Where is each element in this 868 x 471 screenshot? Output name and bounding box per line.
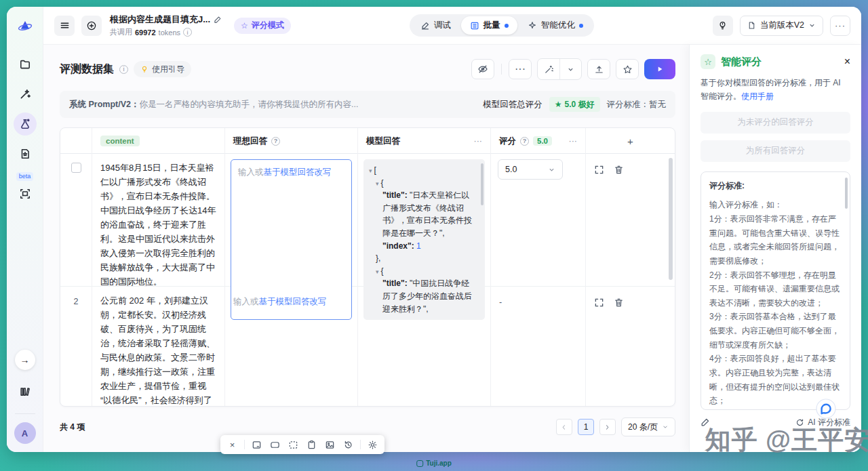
trash-icon[interactable] bbox=[614, 298, 624, 308]
sidebar-item-evaluation[interactable] bbox=[14, 112, 37, 136]
capture-close-button[interactable]: × bbox=[224, 436, 241, 453]
sidebar-item-templates[interactable] bbox=[14, 142, 37, 165]
idea-button[interactable] bbox=[713, 16, 733, 36]
scrollbar-thumb[interactable] bbox=[669, 158, 673, 280]
evaluation-table: content 理想回答 ? 模型回答 ··· 评分 bbox=[60, 127, 675, 407]
auto-generate-button[interactable] bbox=[538, 59, 559, 79]
tab-debug[interactable]: 调试 bbox=[412, 16, 460, 35]
run-all-button[interactable] bbox=[644, 59, 675, 79]
scrollbar-thumb[interactable] bbox=[845, 178, 848, 209]
next-page-button[interactable] bbox=[599, 419, 616, 435]
trash-icon[interactable] bbox=[614, 165, 624, 175]
column-menu-button[interactable]: ··· bbox=[474, 136, 483, 146]
edit-title-button[interactable] bbox=[214, 16, 222, 24]
row-index-cell: 2 bbox=[60, 287, 92, 407]
caret-down-icon[interactable]: ▾ bbox=[369, 167, 372, 174]
smart-scoring-star-badge: ☆ bbox=[701, 54, 715, 69]
manual-link[interactable]: 使用手册 bbox=[741, 91, 774, 101]
row-actions-cell bbox=[585, 287, 675, 407]
notification-dot bbox=[579, 24, 583, 28]
edit-pencil-icon[interactable] bbox=[701, 417, 710, 427]
close-panel-button[interactable]: × bbox=[844, 56, 850, 67]
toolbar-divider bbox=[244, 440, 245, 449]
version-dropdown[interactable]: 当前版本V2 bbox=[740, 16, 823, 36]
column-menu-button[interactable]: ··· bbox=[569, 136, 578, 146]
debug-icon bbox=[420, 21, 430, 30]
clipboard-icon bbox=[307, 440, 317, 450]
expand-icon[interactable] bbox=[594, 298, 604, 308]
content-cell[interactable]: 公元前 202 年，刘邦建立汉朝，定都长安。汉初经济残破、百废待兴，为了巩固统治… bbox=[92, 287, 224, 407]
favorite-button[interactable] bbox=[616, 59, 639, 79]
screenshot-frame: beta → A bbox=[0, 0, 868, 471]
model-answer-json[interactable]: ▾[ ▾{ "title": "日本天皇裕仁以广播形式发布《终战诏书》，宣布日本… bbox=[363, 159, 485, 320]
table-header-row: content 理想回答 ? 模型回答 ··· 评分 bbox=[60, 128, 675, 154]
add-column-button[interactable]: + bbox=[585, 128, 675, 154]
topbar-more-button[interactable]: ··· bbox=[830, 16, 850, 36]
menu-button[interactable] bbox=[54, 16, 75, 36]
prev-page-button[interactable] bbox=[556, 419, 572, 435]
ideal-answer-cell[interactable]: 输入或基于模型回答改写 bbox=[224, 287, 357, 407]
eye-off-icon bbox=[477, 64, 488, 75]
plus-circle-icon bbox=[86, 20, 97, 31]
sidebar-item-projects[interactable] bbox=[14, 53, 37, 76]
dashed-selection-icon bbox=[288, 440, 298, 450]
score-select[interactable]: 5.0 bbox=[498, 159, 563, 180]
chat-widget-button[interactable] bbox=[815, 398, 837, 419]
ideal-placeholder: 输入或 bbox=[233, 297, 259, 306]
sidebar-item-knowledge[interactable] bbox=[14, 182, 37, 205]
bookshelf-icon bbox=[19, 385, 31, 397]
capture-rect-button[interactable] bbox=[267, 436, 283, 453]
table-more-button[interactable]: ··· bbox=[509, 59, 532, 79]
sidebar-divider bbox=[15, 413, 35, 414]
score-all-button[interactable]: 为所有回答评分 bbox=[701, 140, 850, 162]
page-size-select[interactable]: 20 条/页 bbox=[621, 417, 675, 436]
ellipsis-icon: ··· bbox=[515, 63, 526, 75]
tab-batch-label: 批量 bbox=[484, 20, 500, 31]
system-prompt-label: 系统 Prompt/V2： bbox=[69, 99, 140, 110]
user-avatar[interactable]: A bbox=[14, 422, 36, 444]
row-checkbox[interactable] bbox=[71, 163, 81, 173]
sidebar-item-optimize[interactable] bbox=[14, 83, 37, 106]
hide-columns-button[interactable] bbox=[471, 59, 494, 79]
collapse-sidebar-button[interactable]: → bbox=[15, 350, 35, 370]
app-window: beta → A bbox=[7, 7, 861, 452]
capture-settings-button[interactable] bbox=[364, 436, 381, 453]
capture-selection-button[interactable] bbox=[285, 436, 302, 453]
sidebar-item-library[interactable] bbox=[14, 380, 37, 403]
tab-smart-optimize[interactable]: 智能优化 bbox=[519, 16, 592, 35]
current-page[interactable]: 1 bbox=[578, 419, 594, 435]
auto-generate-dropdown[interactable] bbox=[559, 59, 581, 79]
model-answer-column-header[interactable]: 模型回答 ··· bbox=[357, 128, 490, 154]
scrollbar-thumb[interactable] bbox=[481, 163, 484, 205]
upload-button[interactable] bbox=[587, 59, 610, 79]
expand-icon[interactable] bbox=[594, 165, 604, 175]
json-key: "title": bbox=[382, 190, 408, 200]
tab-smart-optimize-label: 智能优化 bbox=[541, 20, 575, 31]
content-column-header[interactable]: content bbox=[92, 128, 224, 154]
tokens-prefix: 共调用 bbox=[110, 27, 132, 37]
tab-batch[interactable]: 批量 bbox=[461, 16, 517, 35]
caret-down-icon[interactable]: ▾ bbox=[376, 268, 379, 275]
usage-guide-button[interactable]: 使用引导 bbox=[134, 61, 191, 77]
bulb-icon bbox=[717, 20, 728, 30]
system-prompt-text: 你是一名严格的内容填充助手，请你将我提供的所有内容... bbox=[140, 99, 359, 110]
top-bar: 根据内容生成题目填充J... 共调用 69972 tokens i ☆ 评分模式 bbox=[43, 7, 861, 45]
tokens-value: 69972 bbox=[135, 28, 156, 37]
beta-badge: beta bbox=[16, 172, 34, 181]
capture-clipboard-button[interactable] bbox=[303, 436, 320, 453]
new-session-button[interactable] bbox=[81, 16, 102, 36]
ideal-answer-column-header[interactable]: 理想回答 ? bbox=[224, 128, 357, 154]
capture-window-button[interactable] bbox=[248, 436, 265, 453]
capture-history-button[interactable] bbox=[340, 436, 357, 453]
caret-down-icon[interactable]: ▾ bbox=[376, 180, 379, 187]
score-column-header[interactable]: 评分 ? 5.0 ··· bbox=[490, 128, 585, 154]
question-icon: ? bbox=[520, 137, 529, 146]
app-logo[interactable] bbox=[14, 15, 37, 38]
score-unscored-button[interactable]: 为未评分的回答评分 bbox=[701, 112, 850, 134]
rewrite-from-model-link[interactable]: 基于模型回答改写 bbox=[264, 167, 332, 177]
file-star-icon bbox=[19, 148, 31, 160]
system-prompt-bar[interactable]: 系统 Prompt/V2： 你是一名严格的内容填充助手，请你将我提供的所有内容.… bbox=[60, 91, 675, 118]
rewrite-from-model-link[interactable]: 基于模型回答改写 bbox=[259, 297, 327, 306]
capture-image-button[interactable] bbox=[321, 436, 338, 453]
criteria-textarea[interactable]: 评分标准: 输入评分标准，如： 1分：表示回答非常不满意，存在严重问题。可能包含… bbox=[701, 171, 850, 410]
